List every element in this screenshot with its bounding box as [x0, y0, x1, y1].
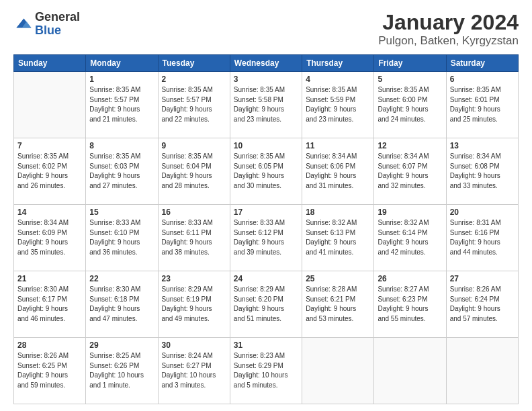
day-number: 19	[378, 208, 442, 217]
calendar-week-row: 7Sunrise: 8:35 AMSunset: 6:02 PMDaylight…	[14, 138, 519, 205]
table-row: 25Sunrise: 8:28 AMSunset: 6:21 PMDayligh…	[302, 271, 374, 338]
col-tuesday: Tuesday	[158, 55, 230, 72]
day-number: 14	[17, 208, 82, 217]
table-row: 1Sunrise: 8:35 AMSunset: 5:57 PMDaylight…	[86, 72, 158, 138]
table-row	[446, 338, 518, 404]
table-row: 6Sunrise: 8:35 AMSunset: 6:01 PMDaylight…	[446, 72, 518, 138]
col-sunday: Sunday	[14, 55, 86, 72]
table-row: 30Sunrise: 8:24 AMSunset: 6:27 PMDayligh…	[158, 338, 230, 404]
table-row: 29Sunrise: 8:25 AMSunset: 6:26 PMDayligh…	[86, 338, 158, 404]
table-row: 3Sunrise: 8:35 AMSunset: 5:58 PMDaylight…	[230, 72, 302, 138]
day-number: 25	[306, 274, 370, 283]
day-info: Sunrise: 8:35 AMSunset: 5:57 PMDaylight:…	[89, 85, 154, 124]
day-info: Sunrise: 8:35 AMSunset: 5:57 PMDaylight:…	[162, 85, 226, 124]
table-row: 28Sunrise: 8:26 AMSunset: 6:25 PMDayligh…	[14, 338, 86, 404]
table-row: 7Sunrise: 8:35 AMSunset: 6:02 PMDaylight…	[14, 138, 86, 205]
calendar-week-row: 28Sunrise: 8:26 AMSunset: 6:25 PMDayligh…	[14, 338, 519, 404]
day-number: 22	[89, 274, 154, 283]
table-row	[14, 72, 86, 138]
logo-text: General Blue	[35, 11, 80, 38]
day-info: Sunrise: 8:24 AMSunset: 6:27 PMDaylight:…	[162, 351, 226, 390]
table-row	[374, 338, 446, 404]
table-row: 4Sunrise: 8:35 AMSunset: 5:59 PMDaylight…	[302, 72, 374, 138]
day-info: Sunrise: 8:34 AMSunset: 6:08 PMDaylight:…	[450, 152, 515, 191]
day-info: Sunrise: 8:35 AMSunset: 6:05 PMDaylight:…	[234, 152, 298, 191]
table-row: 23Sunrise: 8:29 AMSunset: 6:19 PMDayligh…	[158, 271, 230, 338]
day-number: 18	[306, 208, 370, 217]
day-info: Sunrise: 8:35 AMSunset: 6:02 PMDaylight:…	[17, 152, 82, 191]
day-info: Sunrise: 8:23 AMSunset: 6:29 PMDaylight:…	[234, 351, 298, 390]
day-number: 26	[378, 274, 442, 283]
day-number: 6	[450, 75, 515, 84]
table-row: 24Sunrise: 8:29 AMSunset: 6:20 PMDayligh…	[230, 271, 302, 338]
day-number: 4	[306, 75, 370, 84]
day-info: Sunrise: 8:29 AMSunset: 6:20 PMDaylight:…	[234, 285, 298, 324]
day-number: 17	[234, 208, 298, 217]
day-info: Sunrise: 8:25 AMSunset: 6:26 PMDaylight:…	[89, 351, 154, 390]
table-row: 10Sunrise: 8:35 AMSunset: 6:05 PMDayligh…	[230, 138, 302, 205]
day-number: 28	[17, 340, 82, 350]
day-info: Sunrise: 8:30 AMSunset: 6:18 PMDaylight:…	[89, 285, 154, 324]
day-number: 29	[89, 340, 154, 350]
page: General Blue January 2024 Pulgon, Batken…	[0, 0, 532, 411]
day-number: 12	[378, 141, 442, 150]
col-saturday: Saturday	[446, 55, 518, 72]
table-row: 5Sunrise: 8:35 AMSunset: 6:00 PMDaylight…	[374, 72, 446, 138]
day-info: Sunrise: 8:33 AMSunset: 6:10 PMDaylight:…	[89, 218, 154, 257]
day-info: Sunrise: 8:30 AMSunset: 6:17 PMDaylight:…	[17, 285, 82, 324]
day-number: 15	[89, 208, 154, 217]
table-row: 27Sunrise: 8:26 AMSunset: 6:24 PMDayligh…	[446, 271, 518, 338]
table-row: 9Sunrise: 8:35 AMSunset: 6:04 PMDaylight…	[158, 138, 230, 205]
day-number: 2	[162, 75, 226, 84]
day-info: Sunrise: 8:32 AMSunset: 6:13 PMDaylight:…	[306, 218, 370, 257]
day-number: 23	[162, 274, 226, 283]
table-row: 21Sunrise: 8:30 AMSunset: 6:17 PMDayligh…	[14, 271, 86, 338]
day-number: 30	[162, 340, 226, 350]
day-info: Sunrise: 8:28 AMSunset: 6:21 PMDaylight:…	[306, 285, 370, 324]
day-info: Sunrise: 8:35 AMSunset: 6:04 PMDaylight:…	[162, 152, 226, 191]
table-row: 11Sunrise: 8:34 AMSunset: 6:06 PMDayligh…	[302, 138, 374, 205]
day-number: 1	[89, 75, 154, 84]
day-info: Sunrise: 8:35 AMSunset: 5:59 PMDaylight:…	[306, 85, 370, 124]
calendar-week-row: 21Sunrise: 8:30 AMSunset: 6:17 PMDayligh…	[14, 271, 519, 338]
day-info: Sunrise: 8:32 AMSunset: 6:14 PMDaylight:…	[378, 218, 442, 257]
day-number: 7	[17, 141, 82, 150]
day-info: Sunrise: 8:35 AMSunset: 6:00 PMDaylight:…	[378, 85, 442, 124]
day-info: Sunrise: 8:34 AMSunset: 6:06 PMDaylight:…	[306, 152, 370, 191]
day-number: 3	[234, 75, 298, 84]
header: General Blue January 2024 Pulgon, Batken…	[13, 11, 519, 48]
calendar-table: Sunday Monday Tuesday Wednesday Thursday…	[13, 54, 519, 404]
table-row: 31Sunrise: 8:23 AMSunset: 6:29 PMDayligh…	[230, 338, 302, 404]
table-row: 22Sunrise: 8:30 AMSunset: 6:18 PMDayligh…	[86, 271, 158, 338]
logo-icon	[13, 15, 32, 34]
table-row: 12Sunrise: 8:34 AMSunset: 6:07 PMDayligh…	[374, 138, 446, 205]
table-row: 13Sunrise: 8:34 AMSunset: 6:08 PMDayligh…	[446, 138, 518, 205]
table-row: 18Sunrise: 8:32 AMSunset: 6:13 PMDayligh…	[302, 205, 374, 271]
day-number: 31	[234, 340, 298, 350]
day-number: 20	[450, 208, 515, 217]
col-friday: Friday	[374, 55, 446, 72]
day-info: Sunrise: 8:35 AMSunset: 5:58 PMDaylight:…	[234, 85, 298, 124]
table-row: 8Sunrise: 8:35 AMSunset: 6:03 PMDaylight…	[86, 138, 158, 205]
table-row: 2Sunrise: 8:35 AMSunset: 5:57 PMDaylight…	[158, 72, 230, 138]
day-info: Sunrise: 8:26 AMSunset: 6:24 PMDaylight:…	[450, 285, 515, 324]
day-info: Sunrise: 8:34 AMSunset: 6:07 PMDaylight:…	[378, 152, 442, 191]
day-number: 10	[234, 141, 298, 150]
table-row: 20Sunrise: 8:31 AMSunset: 6:16 PMDayligh…	[446, 205, 518, 271]
day-info: Sunrise: 8:29 AMSunset: 6:19 PMDaylight:…	[162, 285, 226, 324]
page-subtitle: Pulgon, Batken, Kyrgyzstan	[378, 34, 519, 48]
day-number: 24	[234, 274, 298, 283]
day-number: 5	[378, 75, 442, 84]
day-number: 8	[89, 141, 154, 150]
day-number: 11	[306, 141, 370, 150]
col-monday: Monday	[86, 55, 158, 72]
day-number: 21	[17, 274, 82, 283]
day-number: 16	[162, 208, 226, 217]
logo-general-text: General	[35, 11, 80, 24]
day-info: Sunrise: 8:26 AMSunset: 6:25 PMDaylight:…	[17, 351, 82, 390]
page-title: January 2024	[378, 11, 519, 34]
day-info: Sunrise: 8:33 AMSunset: 6:11 PMDaylight:…	[162, 218, 226, 257]
day-info: Sunrise: 8:34 AMSunset: 6:09 PMDaylight:…	[17, 218, 82, 257]
table-row: 16Sunrise: 8:33 AMSunset: 6:11 PMDayligh…	[158, 205, 230, 271]
col-thursday: Thursday	[302, 55, 374, 72]
